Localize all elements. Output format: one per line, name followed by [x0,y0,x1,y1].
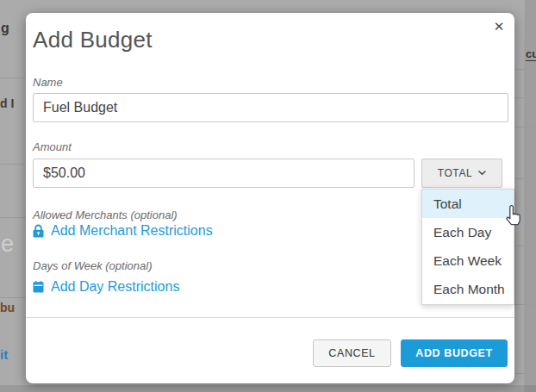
bg-divider [0,164,27,165]
allowed-merchants-label: Allowed Merchants (optional) [33,208,178,221]
period-dropdown-menu: Total Each Day Each Week Each Month [421,189,514,305]
menu-item-total[interactable]: Total [422,190,514,218]
lock-icon [33,224,44,238]
bg-text-fragment: g [1,21,9,36]
period-dropdown-button[interactable]: TOTAL [421,159,502,188]
bg-divider [514,97,536,98]
bg-divider [514,127,536,128]
modal-title: Add Budget [33,27,153,53]
bg-divider [514,178,536,179]
bg-text-fragment: it [0,347,8,362]
bg-shade [0,385,536,392]
close-icon[interactable]: ✕ [489,17,508,36]
bg-divider [524,41,525,392]
add-merchant-restrictions-label: Add Merchant Restrictions [51,223,213,239]
name-label: Name [33,76,63,89]
calendar-icon [33,281,44,293]
bg-divider [0,217,27,218]
bg-divider [514,69,536,70]
amount-input[interactable] [33,159,414,188]
bg-divider [0,297,27,298]
bg-text-fragment: cu [526,47,536,61]
bg-divider [0,78,27,78]
bg-divider [514,373,536,374]
bg-divider [514,304,536,305]
chevron-down-icon [478,171,486,176]
cancel-button[interactable]: CANCEL [313,339,391,367]
bg-divider [514,246,536,246]
menu-item-each-month[interactable]: Each Month [422,276,514,304]
period-dropdown-label: TOTAL [438,167,473,179]
add-merchant-restrictions-link[interactable]: Add Merchant Restrictions [33,223,213,239]
bg-text-fragment: d I [0,96,14,110]
add-budget-button[interactable]: ADD BUDGET [401,339,508,367]
add-day-restrictions-label: Add Day Restrictions [51,279,179,295]
menu-item-each-day[interactable]: Each Day [422,218,514,246]
footer-divider [26,317,514,318]
bg-text-fragment: e [1,231,14,258]
name-input[interactable] [33,93,508,122]
page-overlay: g d I e bu it cu Add Budget ✕ Name Amoun… [0,0,536,392]
bg-text-fragment: bu [0,301,15,314]
add-budget-modal: Add Budget ✕ Name Amount TOTAL Total Eac… [26,13,514,383]
amount-label: Amount [33,140,72,153]
days-of-week-label: Days of Week (optional) [33,259,153,272]
add-day-restrictions-link[interactable]: Add Day Restrictions [33,279,179,295]
menu-item-each-week[interactable]: Each Week [422,247,514,276]
